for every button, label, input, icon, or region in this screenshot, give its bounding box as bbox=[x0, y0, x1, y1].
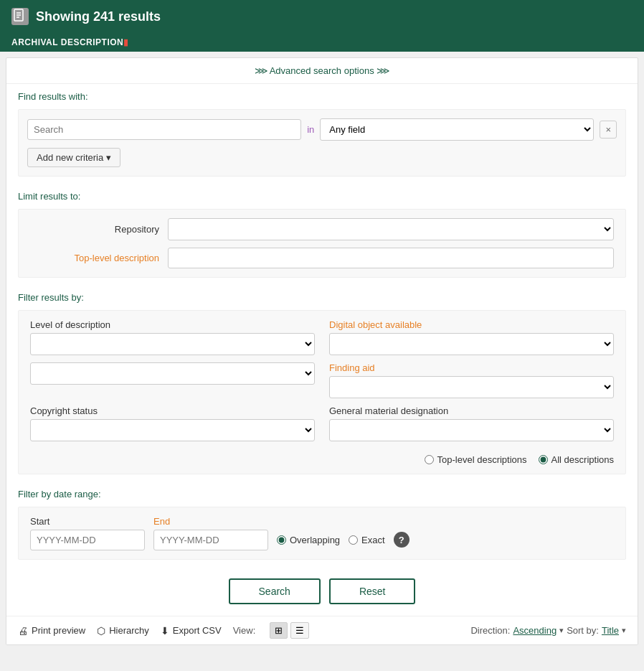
hierarchy-label: Hierarchy bbox=[109, 625, 149, 636]
limit-results-section: Limit results to: Repository Top-level d… bbox=[6, 184, 638, 285]
list-icon: ☰ bbox=[295, 625, 304, 636]
filter-results-label: Filter results by: bbox=[18, 292, 626, 303]
date-options-group: Overlapping Exact ? bbox=[277, 532, 409, 548]
direction-label: Direction: bbox=[470, 625, 510, 636]
level-secondary-select[interactable] bbox=[30, 362, 315, 385]
sort-label: Sort by: bbox=[567, 625, 599, 636]
start-label: Start bbox=[30, 516, 145, 527]
in-label: in bbox=[307, 124, 314, 135]
overlapping-radio[interactable] bbox=[277, 535, 286, 545]
export-icon: ⬇ bbox=[161, 625, 169, 637]
level-select[interactable] bbox=[30, 333, 315, 355]
print-icon: 🖨 bbox=[18, 625, 28, 637]
date-end-input[interactable] bbox=[153, 530, 268, 550]
export-csv-link[interactable]: ⬇ Export CSV bbox=[161, 625, 222, 637]
all-desc-radio-item[interactable]: All descriptions bbox=[539, 454, 614, 465]
repository-row: Repository bbox=[30, 218, 614, 240]
search-input[interactable] bbox=[27, 119, 301, 140]
copyright-group: Copyright status bbox=[30, 405, 315, 441]
top-level-row: Top-level description bbox=[30, 248, 614, 268]
date-end-group: End bbox=[153, 516, 268, 550]
copyright-label: Copyright status bbox=[30, 405, 315, 416]
print-label: Print preview bbox=[32, 625, 85, 636]
main-content: ⋙ Advanced search options ⋙ Find results… bbox=[6, 57, 638, 645]
view-label: View: bbox=[233, 625, 256, 636]
level-label: Level of description bbox=[30, 319, 315, 330]
date-range-label: Filter by date range: bbox=[18, 489, 626, 499]
add-criteria-button[interactable]: Add new criteria ▾ bbox=[27, 148, 120, 167]
page-title: Showing 241 results bbox=[36, 9, 161, 24]
level-secondary-group bbox=[30, 362, 315, 398]
reset-button[interactable]: Reset bbox=[329, 578, 416, 604]
red-dot: ▮ bbox=[123, 37, 129, 47]
document-icon bbox=[11, 8, 29, 25]
find-results-label: Find results with: bbox=[18, 91, 626, 102]
clear-criteria-button[interactable]: × bbox=[600, 121, 617, 139]
repository-select[interactable] bbox=[168, 218, 614, 240]
top-level-label: Top-level description bbox=[30, 253, 159, 263]
copyright-select[interactable] bbox=[30, 419, 315, 441]
top-level-radio[interactable] bbox=[425, 455, 434, 464]
exact-radio[interactable] bbox=[349, 535, 358, 545]
header-bar: Showing 241 results bbox=[0, 0, 644, 33]
date-start-group: Start bbox=[30, 516, 145, 550]
sort-bar: Direction: Ascending ▾ Sort by: Title ▾ bbox=[470, 625, 626, 636]
top-level-input[interactable] bbox=[168, 248, 614, 268]
all-descriptions-radio-label[interactable]: All descriptions bbox=[551, 454, 614, 465]
list-view-button[interactable]: ☰ bbox=[290, 622, 309, 639]
export-label: Export CSV bbox=[173, 625, 222, 636]
help-icon[interactable]: ? bbox=[394, 532, 409, 548]
repository-label: Repository bbox=[30, 224, 159, 235]
finding-aid-label: Finding aid bbox=[329, 362, 614, 373]
add-criteria-label: Add new criteria bbox=[37, 152, 103, 163]
digital-object-label: Digital object available bbox=[329, 319, 614, 330]
archival-bar-label: ARCHIVAL DESCRIPTION bbox=[11, 37, 123, 47]
finding-aid-select[interactable] bbox=[329, 376, 614, 398]
grid-view-button[interactable]: ⊞ bbox=[270, 622, 288, 639]
direction-arrow-icon: ▾ bbox=[559, 626, 564, 635]
exact-radio-item[interactable]: Exact bbox=[349, 535, 385, 545]
overlapping-radio-item[interactable]: Overlapping bbox=[277, 535, 340, 545]
date-start-input[interactable] bbox=[30, 530, 145, 550]
top-level-radio-label[interactable]: Top-level descriptions bbox=[437, 454, 527, 465]
end-label: End bbox=[153, 516, 268, 527]
add-criteria-row: Add new criteria ▾ bbox=[27, 148, 617, 167]
advanced-search-toggle[interactable]: ⋙ Advanced search options ⋙ bbox=[6, 58, 638, 84]
search-button[interactable]: Search bbox=[229, 578, 321, 604]
digital-object-select[interactable] bbox=[329, 333, 614, 355]
field-select[interactable]: Any field Title Creator Subject Descript… bbox=[320, 118, 594, 141]
sort-value[interactable]: Title bbox=[602, 625, 619, 636]
overlapping-label[interactable]: Overlapping bbox=[290, 535, 340, 545]
filter-results-section: Filter results by: Level of description … bbox=[6, 285, 638, 482]
digital-object-group: Digital object available bbox=[329, 319, 614, 355]
description-scope-row: Top-level descriptions All descriptions bbox=[30, 454, 614, 465]
material-select[interactable] bbox=[329, 419, 614, 441]
dropdown-arrow-icon: ▾ bbox=[106, 152, 111, 163]
finding-aid-group: Finding aid bbox=[329, 362, 614, 398]
limit-results-label: Limit results to: bbox=[18, 191, 626, 202]
date-row: Start End Overlapping bbox=[30, 516, 614, 550]
exact-label[interactable]: Exact bbox=[361, 535, 385, 545]
all-descriptions-radio[interactable] bbox=[539, 455, 548, 464]
archival-description-bar: ARCHIVAL DESCRIPTION▮ bbox=[0, 33, 644, 52]
advanced-toggle-label: ⋙ Advanced search options ⋙ bbox=[255, 65, 390, 76]
level-of-description-group: Level of description bbox=[30, 319, 315, 355]
material-label: General material designation bbox=[329, 405, 614, 416]
find-results-section: Find results with: in Any field Title Cr… bbox=[6, 84, 638, 184]
print-preview-link[interactable]: 🖨 Print preview bbox=[18, 625, 85, 637]
date-range-section: Filter by date range: Start End Overl bbox=[6, 482, 638, 567]
filter-grid: Level of description Digital object avai… bbox=[30, 319, 614, 465]
action-buttons-row: Search Reset bbox=[6, 567, 638, 616]
direction-value[interactable]: Ascending bbox=[513, 625, 557, 636]
material-group: General material designation bbox=[329, 405, 614, 441]
bottom-toolbar: 🖨 Print preview ⬡ Hierarchy ⬇ Export CSV… bbox=[6, 616, 638, 644]
sort-arrow-icon: ▾ bbox=[622, 626, 626, 635]
top-level-radio-item[interactable]: Top-level descriptions bbox=[425, 454, 527, 465]
hierarchy-link[interactable]: ⬡ Hierarchy bbox=[97, 625, 149, 637]
view-toggle-group: ⊞ ☰ bbox=[270, 622, 309, 639]
search-criteria-row: in Any field Title Creator Subject Descr… bbox=[27, 118, 617, 141]
grid-icon: ⊞ bbox=[275, 625, 283, 636]
hierarchy-icon: ⬡ bbox=[97, 625, 105, 637]
